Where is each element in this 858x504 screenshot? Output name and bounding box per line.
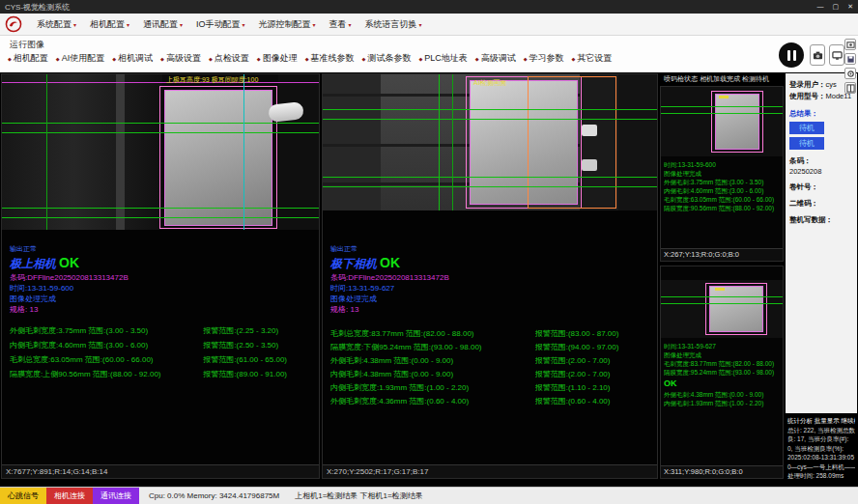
measurement-row: 内侧毛刺宽度:4.60mm 范围:(3.00 - 6.00)报警范围:(2.50… xyxy=(10,338,317,352)
measure-line xyxy=(323,109,657,110)
toolbar-label: 其它设置 xyxy=(577,52,612,65)
measure-line xyxy=(2,217,319,218)
app-logo xyxy=(5,15,22,33)
pixel-coords-readout: X:267;Y:13;R:0;G:0;B:0 xyxy=(661,248,783,261)
camera-view-upper: 上极耳高度:93 极耳间隙度:100 输出正常 极上相机OK 条码:DFFlin… xyxy=(1,73,320,479)
result-status: OK xyxy=(59,255,79,270)
layout-icon xyxy=(846,84,855,93)
menu-item-io-manual[interactable]: IO手动配置 xyxy=(189,18,252,31)
overlay-marker xyxy=(719,96,729,98)
toolbar-label: PLC地址表 xyxy=(424,52,468,65)
snapshot-icon xyxy=(846,41,855,49)
pixel-coords-readout: X:270;Y:2502;R:17;G:17;B:17 xyxy=(323,464,657,478)
toolbar-item-spot-check[interactable]: 点检设置 xyxy=(209,52,249,65)
small-view-line: 隔膜宽度:95.24mm 范围:(93.00 - 98.00) xyxy=(664,368,780,377)
machine-write-label: 整机写数据： xyxy=(789,215,853,225)
barcode-label: 条码： xyxy=(789,156,853,166)
measurement-row: 内侧毛刺宽度:1.93mm 范围:(1.00 - 2.20)报警范围:(1.10… xyxy=(330,381,655,395)
snapshot-icon-button[interactable] xyxy=(844,39,856,50)
measurement-row: 毛刺总宽度:83.77mm 范围:(82.00 - 88.00)报警范围:(83… xyxy=(330,327,655,341)
camera-image-lower[interactable]: AI检测画面 xyxy=(323,74,657,210)
cpu-memory-text: Cpu: 0.0% Memory: 3424.41796875M xyxy=(149,491,279,500)
comm-connection-badge: 通讯连接 xyxy=(93,488,139,504)
close-button[interactable]: ✕ xyxy=(847,3,853,11)
crosshair-line xyxy=(243,74,244,230)
measurement-value: 外侧毛刺宽度:3.75mm 范围:(3.00 - 3.50) xyxy=(10,323,203,338)
gear-icon xyxy=(846,70,855,78)
small-view-1: 时间:13-31-59-600 图像处理完成 外侧毛刺:3.75mm 范围:(3… xyxy=(660,86,784,262)
process-line: 图像处理完成 xyxy=(330,294,449,304)
result-title-line: 极上相机OK xyxy=(10,254,129,272)
toolbar-item-advanced-settings[interactable]: 高级设置 xyxy=(160,52,201,65)
cell-region xyxy=(715,94,759,150)
save-icon-button[interactable] xyxy=(844,53,856,65)
small-view-line: 时间:13-31-59-627 xyxy=(664,342,780,350)
menu-item-comm-config[interactable]: 通讯配置 xyxy=(136,18,189,31)
small-view-text: 时间:13-31-59-627 图像处理完成 毛刺宽度:83.77mm 范围:(… xyxy=(661,338,783,377)
measurement-alarm: 报警范围:(61.00 - 65.00) xyxy=(203,352,317,367)
measurement-list: 外侧毛刺宽度:3.75mm 范围:(3.00 - 3.50)报警范围:(2.25… xyxy=(10,323,317,381)
toolbar-item-baseline-params[interactable]: 基准线参数 xyxy=(305,52,355,65)
camera-title: 极下相机 xyxy=(330,257,377,270)
toolbar-label: 基准线参数 xyxy=(311,52,355,65)
camera-image-upper[interactable]: 上极耳高度:93 极耳间隙度:100 xyxy=(2,74,319,230)
small-view-2: 时间:13-31-59-627 图像处理完成 毛刺宽度:83.77mm 范围:(… xyxy=(660,266,784,479)
small-view-text: 外侧毛刺:4.38mm 范围:(0.00 - 9.00) 内侧毛刺:1.93mm… xyxy=(661,390,783,407)
barcode-line: 条码:DFFline2025020813313472B xyxy=(10,272,129,283)
measurement-alarm: 报警范围:(83.00 - 87.00) xyxy=(535,327,655,341)
measurement-value: 外侧毛刺:4.38mm 范围:(0.00 - 9.00) xyxy=(330,354,535,368)
total-result-label: 总结果： xyxy=(789,109,853,119)
cell-region xyxy=(164,90,272,226)
measurement-value: 内侧毛刺宽度:1.93mm 范围:(1.00 - 2.20) xyxy=(330,381,535,395)
toolbar-label: 相机调试 xyxy=(118,52,153,65)
toolbar-item-camera-config[interactable]: 相机配置 xyxy=(8,52,48,65)
menu-item-camera-config[interactable]: 相机配置 xyxy=(83,18,136,31)
barcode-line: 条码:DFFline2025020813313472B xyxy=(330,272,449,283)
measure-line xyxy=(2,208,319,209)
minimize-button[interactable]: — xyxy=(817,3,824,11)
toolbar-area: 运行图像 相机配置 AI使用配置 相机调试 高级设置 点检设置 图像处理 基准线… xyxy=(0,36,858,72)
menu-item-language-switch[interactable]: 系统语言切换 xyxy=(358,18,429,31)
measurement-alarm: 报警范围:(1.10 - 2.10) xyxy=(535,381,655,395)
toolbar-item-advanced-debug[interactable]: 高级调试 xyxy=(475,52,516,65)
measurement-value: 外侧毛刺宽度:4.36mm 范围:(0.60 - 4.00) xyxy=(330,395,535,408)
small-camera-image-1[interactable] xyxy=(661,87,783,156)
toolbar-label: 高级调试 xyxy=(481,52,516,65)
camera-icon-button[interactable] xyxy=(810,44,825,66)
model-label: 使用型号： xyxy=(789,92,826,100)
small-view-text: 时间:13-31-59-600 图像处理完成 外侧毛刺:3.75mm 范围:(3… xyxy=(661,156,783,212)
menu-item-light-control[interactable]: 光源控制配置 xyxy=(252,18,323,31)
camera-result-mapping-text: 上相机1=检测结果 下相机1=检测结果 xyxy=(295,490,422,501)
monitor-icon-button[interactable] xyxy=(829,44,844,66)
measure-line-vertical xyxy=(452,74,453,210)
toolbar-item-camera-debug[interactable]: 相机调试 xyxy=(112,52,153,65)
small-view-line: 内侧毛刺:1.93mm 范围:(1.00 - 2.20) xyxy=(664,399,780,407)
glint-highlight xyxy=(582,125,597,136)
maximize-button[interactable]: ▢ xyxy=(833,3,840,11)
gear-icon-button[interactable] xyxy=(844,68,856,79)
toolbar-item-learning-params[interactable]: 学习参数 xyxy=(524,52,564,65)
menubar: 系统配置 相机配置 通讯配置 IO手动配置 光源控制配置 查看 系统语言切换 xyxy=(0,14,858,36)
device-status-line: 喷码枪状态 相机加载完成 检测待机 xyxy=(660,73,784,85)
toolbar-label: 相机配置 xyxy=(14,52,48,65)
measurement-row: 外侧毛刺宽度:3.75mm 范围:(3.00 - 3.50)报警范围:(2.25… xyxy=(10,323,317,338)
login-user-value: cys xyxy=(826,80,837,89)
toolbar-item-ai-config[interactable]: AI使用配置 xyxy=(56,52,104,65)
menu-item-system-config[interactable]: 系统配置 xyxy=(30,18,83,31)
layout-icon-button[interactable] xyxy=(844,82,856,94)
pause-button[interactable] xyxy=(779,42,804,68)
small-camera-image-2[interactable] xyxy=(661,280,783,338)
menu-item-view[interactable]: 查看 xyxy=(323,18,358,31)
stats-panel: 统计分析 批量显示 继续检测 总计: 222, 当班检测总数 良: 17, 当班… xyxy=(786,414,857,486)
menu-label: 光源控制配置 xyxy=(259,18,311,31)
toolbar-item-image-processing[interactable]: 图像处理 xyxy=(257,52,298,65)
toolbar-item-teststrip-params[interactable]: 测试条参数 xyxy=(362,52,412,65)
measure-line xyxy=(323,186,657,187)
titlebar: CYS-视觉检测系统 — ▢ ✕ xyxy=(0,0,858,14)
toolbar-item-plc-address-table[interactable]: PLC地址表 xyxy=(418,52,467,65)
run-image-tab[interactable]: 运行图像 xyxy=(10,39,44,51)
save-icon xyxy=(846,55,855,64)
menu-label: 系统配置 xyxy=(37,18,72,31)
menu-label: IO手动配置 xyxy=(196,18,241,31)
toolbar-item-other-settings[interactable]: 其它设置 xyxy=(571,52,612,65)
